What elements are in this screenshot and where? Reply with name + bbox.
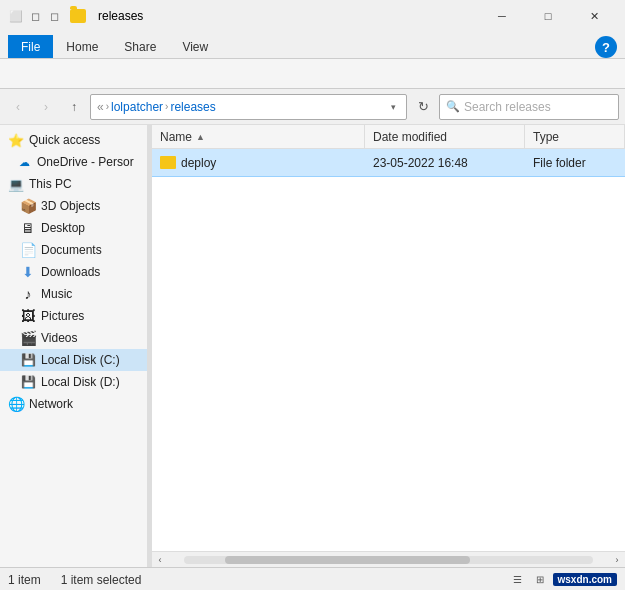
close-button[interactable]: ✕ xyxy=(571,0,617,32)
view-grid-icon[interactable]: ⊞ xyxy=(531,571,549,589)
sidebar-item-3d-objects[interactable]: 📦 3D Objects xyxy=(0,195,147,217)
tab-file[interactable]: File xyxy=(8,35,53,58)
sidebar-label-downloads: Downloads xyxy=(41,265,100,279)
sidebar-label-desktop: Desktop xyxy=(41,221,85,235)
main-area: ⭐ Quick access ☁ OneDrive - Persor 💻 Thi… xyxy=(0,125,625,567)
sidebar-label-network: Network xyxy=(29,397,73,411)
sidebar-item-network[interactable]: 🌐 Network xyxy=(0,393,147,415)
status-item-count: 1 item xyxy=(8,573,41,587)
navigation-bar: ‹ › ↑ « › lolpatcher › releases ▾ ↻ 🔍 Se… xyxy=(0,89,625,125)
ribbon-content xyxy=(0,58,625,88)
scroll-thumb[interactable] xyxy=(225,556,470,564)
sidebar-item-desktop[interactable]: 🖥 Desktop xyxy=(0,217,147,239)
search-icon: 🔍 xyxy=(446,100,460,113)
table-row[interactable]: deploy 23-05-2022 16:48 File folder xyxy=(152,149,625,177)
sort-arrow-icon: ▲ xyxy=(196,132,205,142)
file-folder-icon xyxy=(160,156,176,169)
sidebar-item-local-disk-d[interactable]: 💾 Local Disk (D:) xyxy=(0,371,147,393)
sidebar: ⭐ Quick access ☁ OneDrive - Persor 💻 Thi… xyxy=(0,125,148,567)
horizontal-scrollbar[interactable]: ‹ › xyxy=(152,551,625,567)
cloud-icon: ☁ xyxy=(16,154,32,170)
breadcrumb-releases[interactable]: releases xyxy=(170,100,215,114)
folder-3d-icon: 📦 xyxy=(20,198,36,214)
ribbon-tabs: File Home Share View ? xyxy=(0,32,625,58)
folder-videos-icon: 🎬 xyxy=(20,330,36,346)
tab-share[interactable]: Share xyxy=(111,35,169,58)
sidebar-label-onedrive: OneDrive - Persor xyxy=(37,155,134,169)
column-date-label: Date modified xyxy=(373,130,447,144)
tab-view[interactable]: View xyxy=(169,35,221,58)
column-type-label: Type xyxy=(533,130,559,144)
window-title: releases xyxy=(94,9,475,23)
search-bar[interactable]: 🔍 Search releases xyxy=(439,94,619,120)
sidebar-item-documents[interactable]: 📄 Documents xyxy=(0,239,147,261)
sidebar-item-pictures[interactable]: 🖼 Pictures xyxy=(0,305,147,327)
breadcrumb: « › lolpatcher › releases xyxy=(97,100,382,114)
sidebar-label-this-pc: This PC xyxy=(29,177,72,191)
sidebar-item-music[interactable]: ♪ Music xyxy=(0,283,147,305)
window-controls: ─ □ ✕ xyxy=(479,0,617,32)
network-icon: 🌐 xyxy=(8,396,24,412)
sidebar-item-this-pc[interactable]: 💻 This PC xyxy=(0,173,147,195)
folder-documents-icon: 📄 xyxy=(20,242,36,258)
breadcrumb-lolpatcher[interactable]: lolpatcher xyxy=(111,100,163,114)
quick-access-icon1[interactable]: ◻ xyxy=(27,8,43,24)
disk-c-icon: 💾 xyxy=(20,352,36,368)
title-bar-icons: ⬜ ◻ ◻ xyxy=(8,8,62,24)
minimize-button[interactable]: ─ xyxy=(479,0,525,32)
folder-downloads-icon: ⬇ xyxy=(20,264,36,280)
column-type[interactable]: Type xyxy=(525,125,625,148)
file-cell-name: deploy xyxy=(152,156,365,170)
sidebar-label-pictures: Pictures xyxy=(41,309,84,323)
sidebar-label-local-disk-d: Local Disk (D:) xyxy=(41,375,120,389)
file-cell-type: File folder xyxy=(525,156,625,170)
column-date-modified[interactable]: Date modified xyxy=(365,125,525,148)
sidebar-label-music: Music xyxy=(41,287,72,301)
quick-access-icon2[interactable]: ◻ xyxy=(46,8,62,24)
sidebar-item-quick-access[interactable]: ⭐ Quick access xyxy=(0,129,147,151)
wsxdn-badge: wsxdn.com xyxy=(553,573,617,586)
status-selected: 1 item selected xyxy=(61,573,142,587)
status-right: ☰ ⊞ wsxdn.com xyxy=(509,571,617,589)
folder-pictures-icon: 🖼 xyxy=(20,308,36,324)
breadcrumb-separator-2: › xyxy=(165,101,168,112)
refresh-button[interactable]: ↻ xyxy=(411,95,435,119)
view-details-icon[interactable]: ☰ xyxy=(509,571,527,589)
address-bar[interactable]: « › lolpatcher › releases ▾ xyxy=(90,94,407,120)
file-list: deploy 23-05-2022 16:48 File folder xyxy=(152,149,625,551)
forward-button[interactable]: › xyxy=(34,95,58,119)
status-bar: 1 item 1 item selected ☰ ⊞ wsxdn.com xyxy=(0,567,625,590)
sidebar-label-3d-objects: 3D Objects xyxy=(41,199,100,213)
maximize-button[interactable]: □ xyxy=(525,0,571,32)
file-content: Name ▲ Date modified Type deploy 23-05-2… xyxy=(152,125,625,567)
sidebar-item-videos[interactable]: 🎬 Videos xyxy=(0,327,147,349)
system-menu-icon[interactable]: ⬜ xyxy=(8,8,24,24)
help-button[interactable]: ? xyxy=(595,36,617,58)
column-name[interactable]: Name ▲ xyxy=(152,125,365,148)
sidebar-label-quick-access: Quick access xyxy=(29,133,100,147)
sidebar-label-videos: Videos xyxy=(41,331,77,345)
window-folder-icon xyxy=(70,9,86,23)
search-placeholder: Search releases xyxy=(464,100,551,114)
tab-home[interactable]: Home xyxy=(53,35,111,58)
ribbon: File Home Share View ? xyxy=(0,32,625,89)
sidebar-item-onedrive[interactable]: ☁ OneDrive - Persor xyxy=(0,151,147,173)
star-icon: ⭐ xyxy=(8,132,24,148)
disk-d-icon: 💾 xyxy=(20,374,36,390)
file-name: deploy xyxy=(181,156,216,170)
sidebar-item-local-disk-c[interactable]: 💾 Local Disk (C:) xyxy=(0,349,147,371)
title-bar: ⬜ ◻ ◻ releases ─ □ ✕ xyxy=(0,0,625,32)
scroll-track[interactable] xyxy=(184,556,593,564)
column-name-label: Name xyxy=(160,130,192,144)
scroll-left-arrow[interactable]: ‹ xyxy=(152,552,168,568)
folder-desktop-icon: 🖥 xyxy=(20,220,36,236)
scroll-right-arrow[interactable]: › xyxy=(609,552,625,568)
column-headers: Name ▲ Date modified Type xyxy=(152,125,625,149)
breadcrumb-separator-1: › xyxy=(106,101,109,112)
up-button[interactable]: ↑ xyxy=(62,95,86,119)
file-cell-date: 23-05-2022 16:48 xyxy=(365,156,525,170)
address-dropdown-arrow[interactable]: ▾ xyxy=(386,100,400,114)
pc-icon: 💻 xyxy=(8,176,24,192)
sidebar-item-downloads[interactable]: ⬇ Downloads xyxy=(0,261,147,283)
back-button[interactable]: ‹ xyxy=(6,95,30,119)
